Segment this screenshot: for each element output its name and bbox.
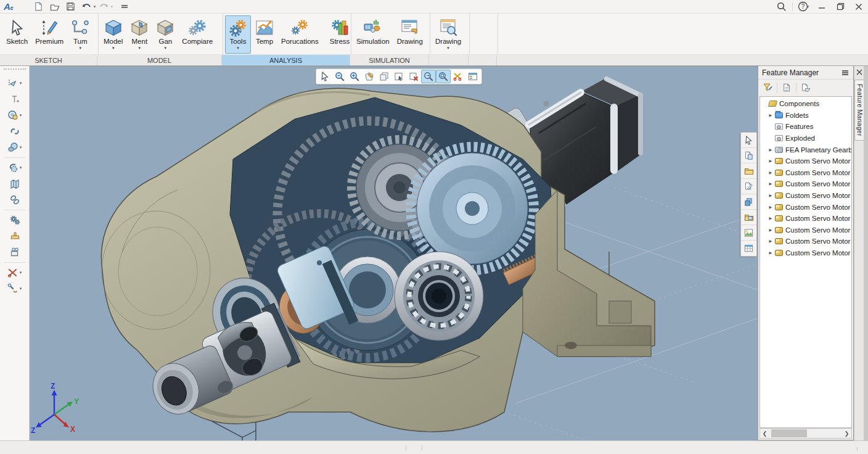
side-open-folder-button[interactable]	[741, 163, 756, 179]
zoom-window-button[interactable]	[421, 70, 436, 83]
group-label-drawing[interactable]	[429, 55, 469, 65]
zoom-out-button[interactable]	[332, 70, 347, 83]
side-folder-items-button[interactable]	[741, 210, 756, 225]
open-file-button[interactable]	[47, 1, 63, 13]
panel-horizontal-scrollbar[interactable]: ❮ ❯	[760, 428, 852, 439]
gear-train-tool[interactable]	[2, 212, 27, 228]
link-curve-tool[interactable]	[2, 123, 27, 139]
tree-item[interactable]: ▶ Custom Servo Motor (	[760, 225, 851, 236]
side-image-view-button[interactable]	[741, 225, 756, 241]
expand-caret[interactable]: ▶	[769, 217, 775, 221]
stress-button[interactable]: Stress	[327, 15, 353, 54]
expand-caret[interactable]: ▶	[769, 159, 775, 163]
help-button[interactable]: ?▾	[794, 1, 813, 13]
side-copy-blue-button[interactable]	[741, 194, 756, 210]
expand-caret[interactable]: ▶	[769, 228, 775, 232]
simulation-button[interactable]: Simulation	[353, 15, 393, 54]
brush-tool[interactable]	[2, 228, 27, 244]
group-label-model[interactable]: MODEL	[97, 55, 222, 65]
side-select-button[interactable]	[741, 133, 756, 148]
tree-item[interactable]: ▶ Custom Servo Motor F	[760, 190, 851, 202]
expand-caret[interactable]: ▶	[769, 113, 775, 117]
feature-manager-tab[interactable]: Feature Manager	[854, 80, 864, 141]
curve-gear-tool[interactable]: ▾	[2, 160, 27, 176]
cube-copy-button[interactable]	[377, 70, 391, 83]
view-settings-button[interactable]	[465, 70, 480, 83]
premium-button[interactable]: Premium	[32, 15, 67, 54]
zoom-in-button[interactable]	[347, 70, 362, 83]
chain-links-tool[interactable]	[2, 192, 27, 208]
undo-button[interactable]	[79, 1, 95, 13]
filter-funnel-icon[interactable]	[761, 81, 774, 94]
tree-item[interactable]: ▶ FEA Planetary Gearbox	[760, 144, 851, 155]
tree-item[interactable]: ▶ Custom Servo Motor D	[760, 167, 851, 179]
tree-item[interactable]: ▶ Custom Servo Motor D	[760, 155, 851, 167]
porucations-button[interactable]: Porucations	[278, 15, 322, 54]
scroll-track[interactable]	[769, 429, 842, 438]
expand-caret[interactable]: ▶	[769, 170, 775, 175]
section-cut-button[interactable]	[451, 70, 465, 83]
group-label-simulation[interactable]: SIMULATION	[350, 55, 429, 65]
group-label-analysis[interactable]: ANALYSIS	[222, 55, 350, 65]
redo-button[interactable]	[96, 1, 112, 13]
wrench-drag-tool[interactable]: ▾	[2, 281, 27, 297]
ment-button[interactable]: Ment▾	[127, 15, 152, 54]
sketch-button[interactable]: Sketch	[3, 15, 31, 54]
expand-caret[interactable]: ▶	[769, 239, 775, 244]
tum-button[interactable]: Tum▾	[68, 15, 92, 54]
scroll-left-arrow[interactable]: ❮	[760, 429, 769, 438]
snips-tool[interactable]: ▾	[2, 265, 27, 281]
panel-close-icon[interactable]	[854, 66, 864, 78]
new-file-button[interactable]	[31, 1, 47, 13]
close-button[interactable]	[850, 1, 868, 13]
scroll-right-arrow[interactable]: ❯	[842, 429, 851, 438]
page-delete-button[interactable]	[406, 70, 421, 83]
panel-menu-icon[interactable]	[840, 68, 851, 78]
restore-button[interactable]	[831, 1, 850, 13]
side-table-view-button[interactable]	[741, 241, 756, 256]
tree-item[interactable]: ▶ Features	[760, 121, 851, 133]
select-tool-button[interactable]	[317, 70, 332, 83]
tree-item[interactable]: ▶ Foldets	[760, 110, 851, 122]
3d-viewport[interactable]: Z Y X Z	[30, 66, 758, 440]
group-label-sketch[interactable]: SKETCH	[0, 55, 97, 65]
side-page-copy-button[interactable]	[741, 148, 756, 163]
zoom-fit-button[interactable]	[436, 70, 451, 83]
gearbox-3d-model[interactable]: Z Y X Z	[30, 67, 758, 440]
temp-button[interactable]: Temp	[252, 15, 277, 54]
model-button[interactable]: Model▾	[100, 15, 126, 54]
expand-caret[interactable]: ▶	[769, 250, 775, 255]
transform-point-tool[interactable]	[2, 91, 27, 107]
tree-item[interactable]: ▶ Custom Servo Motor A	[760, 201, 851, 213]
tree-item[interactable]: ▶ Custom Servo Motor F	[760, 247, 851, 259]
customize-toolbar-button[interactable]	[117, 1, 133, 13]
expand-caret[interactable]: ▶	[769, 182, 775, 186]
node-pair-tool[interactable]: ▾	[2, 139, 27, 155]
compiare-button[interactable]: Compiare	[179, 15, 216, 54]
redo-dropdown[interactable]: ▾	[110, 4, 113, 9]
page-select-button[interactable]	[391, 70, 406, 83]
side-page-edit-button[interactable]	[741, 179, 756, 194]
box-copies-tool[interactable]	[2, 244, 27, 260]
drawing-button[interactable]: Drawing	[394, 15, 426, 54]
orbit-gear-tool[interactable]: ▾	[2, 107, 27, 123]
scroll-thumb[interactable]	[771, 429, 807, 437]
expand-caret[interactable]: ▶	[769, 205, 775, 209]
tree-item[interactable]: ▶ Exploded	[760, 133, 851, 144]
drawing-dropdown-button[interactable]: Drawing▾	[432, 15, 464, 54]
expand-caret[interactable]: ▶	[769, 193, 775, 197]
tools-button[interactable]: Tools▾	[225, 15, 251, 54]
toolbar-grip[interactable]	[4, 68, 26, 72]
surface-panels-tool[interactable]	[2, 176, 27, 192]
tree-item[interactable]: ▶ Custom Servo Motor B	[760, 213, 851, 225]
tree-item[interactable]: ▶ Custom Servo Motor f	[760, 178, 851, 190]
sketch-edit-button[interactable]	[362, 70, 377, 83]
tree-item[interactable]: ▶ Custom Servo Motor B	[760, 236, 851, 247]
minimize-button[interactable]	[813, 1, 831, 13]
save-button[interactable]	[63, 1, 79, 13]
tree-item[interactable]: ▶ Components	[760, 98, 851, 110]
spline-cursor-tool[interactable]: ▾	[2, 75, 27, 91]
search-icon[interactable]	[772, 1, 791, 13]
export-document-icon[interactable]	[799, 81, 813, 94]
panel-title-bar[interactable]: Feature Manager	[758, 66, 853, 80]
